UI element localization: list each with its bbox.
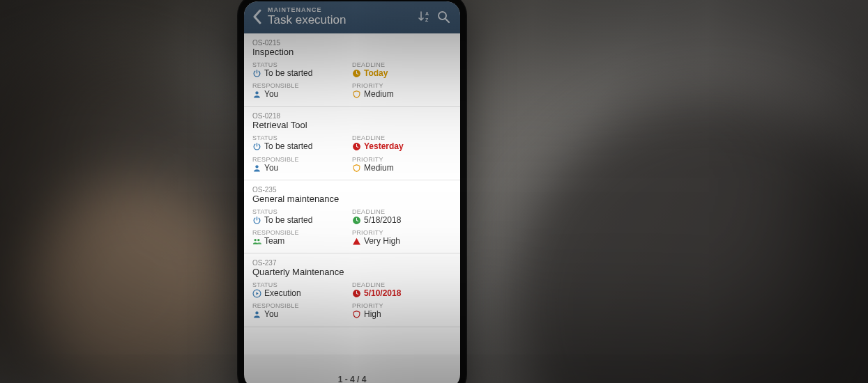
priority-cell: PRIORITYMedium — [352, 82, 452, 99]
task-title: Quarterly Maintenance — [252, 267, 452, 277]
status-value: To be started — [264, 216, 312, 225]
person-icon — [252, 310, 261, 319]
deadline-cell: DEADLINE5/10/2018 — [352, 281, 452, 298]
person-icon — [252, 164, 261, 173]
deadline-label: DEADLINE — [352, 61, 452, 68]
svg-text:Z: Z — [425, 17, 429, 22]
deadline-cell: DEADLINEToday — [352, 61, 452, 78]
play-icon — [252, 289, 261, 298]
priority-label: PRIORITY — [352, 156, 452, 163]
sort-button[interactable]: A Z — [414, 7, 434, 26]
task-title: Inspection — [252, 47, 452, 57]
status-cell: STATUSTo be started — [252, 134, 352, 151]
shield-icon — [352, 164, 361, 173]
power-icon — [252, 69, 261, 78]
triangle-icon — [352, 237, 361, 246]
svg-point-9 — [257, 239, 259, 241]
deadline-value: 5/10/2018 — [364, 289, 401, 298]
person-icon — [252, 90, 261, 99]
app-screen: MAINTENANCE Task execution A Z OS-0215In… — [244, 1, 460, 383]
deadline-value: Yesterday — [364, 142, 404, 151]
svg-point-8 — [254, 239, 257, 241]
status-cell: STATUSTo be started — [252, 61, 352, 78]
svg-point-4 — [255, 91, 258, 94]
task-card[interactable]: OS-0215InspectionSTATUSTo be startedDEAD… — [244, 33, 460, 107]
clock-icon — [352, 216, 361, 225]
status-value: Execution — [264, 289, 301, 298]
chevron-left-icon — [252, 9, 262, 24]
page-title: Task execution — [268, 14, 414, 26]
svg-text:A: A — [425, 11, 429, 16]
priority-value: Very High — [364, 237, 400, 246]
task-card[interactable]: OS-0218Retrieval ToolSTATUSTo be started… — [244, 107, 460, 180]
pager: 1 - 4 / 4 — [244, 368, 460, 383]
priority-value: Medium — [364, 164, 394, 173]
deadline-label: DEADLINE — [352, 134, 452, 141]
task-card[interactable]: OS-235General maintenanceSTATUSTo be sta… — [244, 180, 460, 253]
search-icon — [436, 10, 450, 24]
responsible-value: You — [264, 90, 278, 99]
deadline-cell: DEADLINEYesterday — [352, 134, 452, 151]
sort-az-icon: A Z — [417, 10, 431, 24]
responsible-value: You — [264, 310, 278, 319]
deadline-cell: DEADLINE5/18/2018 — [352, 208, 452, 225]
svg-point-6 — [255, 165, 258, 168]
task-id: OS-237 — [252, 259, 452, 267]
task-list[interactable]: OS-0215InspectionSTATUSTo be startedDEAD… — [244, 33, 460, 368]
task-id: OS-235 — [252, 186, 452, 194]
status-value: To be started — [264, 142, 312, 151]
priority-cell: PRIORITYMedium — [352, 156, 452, 173]
status-label: STATUS — [252, 61, 352, 68]
task-id: OS-0218 — [252, 112, 452, 120]
responsible-label: RESPONSIBLE — [252, 229, 352, 236]
responsible-cell: RESPONSIBLEYou — [252, 82, 352, 99]
clock-icon — [352, 69, 361, 78]
status-cell: STATUSTo be started — [252, 208, 352, 225]
header-titles: MAINTENANCE Task execution — [266, 7, 414, 26]
svg-point-12 — [255, 312, 258, 315]
deadline-value: 5/18/2018 — [364, 216, 401, 225]
deadline-label: DEADLINE — [352, 281, 452, 288]
task-title: Retrieval Tool — [252, 120, 452, 130]
power-icon — [252, 142, 261, 151]
phone-frame: MAINTENANCE Task execution A Z OS-0215In… — [237, 0, 467, 383]
team-icon — [252, 237, 261, 246]
power-icon — [252, 216, 261, 225]
back-button[interactable] — [248, 6, 266, 28]
priority-label: PRIORITY — [352, 82, 452, 89]
responsible-value: Team — [264, 237, 284, 246]
responsible-label: RESPONSIBLE — [252, 82, 352, 89]
priority-label: PRIORITY — [352, 229, 452, 236]
clock-icon — [352, 289, 361, 298]
shield-icon — [352, 310, 361, 319]
responsible-label: RESPONSIBLE — [252, 156, 352, 163]
app-header: MAINTENANCE Task execution A Z — [244, 1, 460, 33]
status-cell: STATUSExecution — [252, 281, 352, 298]
status-label: STATUS — [252, 281, 352, 288]
responsible-cell: RESPONSIBLEYou — [252, 156, 352, 173]
responsible-cell: RESPONSIBLEYou — [252, 302, 352, 319]
search-button[interactable] — [434, 7, 453, 26]
priority-value: High — [364, 310, 381, 319]
deadline-value: Today — [364, 69, 388, 78]
clock-icon — [352, 142, 361, 151]
priority-label: PRIORITY — [352, 302, 452, 309]
task-title: General maintenance — [252, 194, 452, 204]
priority-value: Medium — [364, 90, 394, 99]
task-id: OS-0215 — [252, 39, 452, 47]
status-label: STATUS — [252, 134, 352, 141]
responsible-value: You — [264, 164, 278, 173]
responsible-cell: RESPONSIBLETeam — [252, 229, 352, 246]
status-label: STATUS — [252, 208, 352, 215]
priority-cell: PRIORITYHigh — [352, 302, 452, 319]
deadline-label: DEADLINE — [352, 208, 452, 215]
priority-cell: PRIORITYVery High — [352, 229, 452, 246]
status-value: To be started — [264, 69, 312, 78]
task-card[interactable]: OS-237Quarterly MaintenanceSTATUSExecuti… — [244, 253, 460, 327]
responsible-label: RESPONSIBLE — [252, 302, 352, 309]
module-label: MAINTENANCE — [268, 7, 414, 13]
shield-icon — [352, 90, 361, 99]
